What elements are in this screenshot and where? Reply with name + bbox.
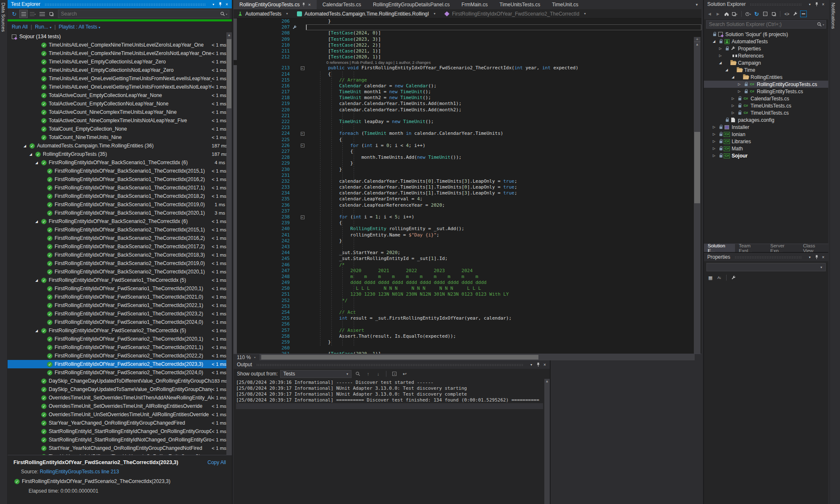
group-by-icon[interactable] bbox=[19, 10, 28, 18]
tool-window-tab[interactable]: Solution E... bbox=[704, 244, 735, 252]
tree-expanded-icon[interactable]: ◢ bbox=[24, 144, 29, 148]
navigate-back-icon[interactable]: ◄ bbox=[706, 10, 713, 18]
outline-margin[interactable] bbox=[299, 328, 306, 333]
test-row[interactable]: ✓FirstRollingEntityIdxOfYear_BackScenari… bbox=[8, 209, 232, 217]
test-row[interactable]: ✓FirstRollingEntityIdxOfYear_BackScenari… bbox=[8, 242, 232, 251]
outline-margin[interactable] bbox=[299, 190, 306, 196]
outline-margin[interactable] bbox=[299, 107, 306, 113]
test-list-scrollbar[interactable]: ▲ bbox=[226, 32, 232, 455]
test-search-input[interactable] bbox=[61, 11, 220, 17]
solution-tree-row[interactable]: ▷C#Libraries bbox=[704, 138, 828, 145]
test-row[interactable]: ◢✓FirstRollingEntityIdxOfYear_BackScenar… bbox=[8, 217, 232, 226]
outline-margin[interactable] bbox=[299, 298, 306, 304]
outline-margin[interactable] bbox=[299, 137, 306, 143]
pin-icon[interactable] bbox=[535, 362, 541, 368]
test-row[interactable]: ✓TimeUnitsAtLevel_OneLevelGettingTimeUni… bbox=[8, 74, 232, 83]
solution-tree-row[interactable]: ▷Properties bbox=[704, 45, 828, 52]
group-by-dropdown-icon[interactable]: ▾ bbox=[29, 10, 37, 18]
outline-margin[interactable] bbox=[299, 321, 306, 327]
test-row[interactable]: ✓FirstRollingEntityIdxOfYear_FwdScenario… bbox=[8, 293, 232, 301]
code-line[interactable]: 223 bbox=[234, 125, 701, 131]
test-source-link[interactable]: RollingEntityGroupTests.cs line 213 bbox=[40, 469, 119, 475]
editor-vertical-scrollbar[interactable]: ÷ ▲ bbox=[694, 37, 701, 354]
tree-collapsed-icon[interactable]: ▷ bbox=[719, 47, 725, 50]
scrollbar-thumb[interactable] bbox=[227, 39, 231, 108]
columns-icon[interactable] bbox=[38, 10, 46, 18]
outline-margin[interactable] bbox=[299, 77, 306, 83]
outline-margin[interactable] bbox=[299, 345, 306, 351]
breadcrumb-segment[interactable]: FirstRollingEntityIdxOfYear_FwdScenario2… bbox=[440, 9, 591, 18]
outline-margin[interactable]: − bbox=[299, 131, 306, 136]
window-position-icon[interactable]: ▾ bbox=[528, 362, 535, 368]
test-row[interactable]: ✓StarYear_YearChanged_OnRollingEntityGro… bbox=[8, 419, 232, 427]
test-root-row[interactable]: Sojour (134 tests) bbox=[8, 32, 232, 41]
tree-collapsed-icon[interactable]: ▷ bbox=[719, 54, 725, 58]
close-icon[interactable]: × bbox=[541, 362, 548, 368]
code-line[interactable]: 230 } bbox=[234, 167, 701, 173]
solution-tree-row[interactable]: ◢Campaign bbox=[704, 59, 828, 66]
test-row[interactable]: ✓FirstRollingEntityIdxOfYear_FwdScenario… bbox=[8, 318, 232, 326]
test-row[interactable]: ✓TimeUnitsAtLevel_EmptyCollectionIsNotLe… bbox=[8, 66, 232, 74]
code-line[interactable]: 211 [TestCase(2021, 1)] bbox=[234, 48, 701, 54]
windows-icon[interactable] bbox=[47, 10, 55, 18]
test-row[interactable]: ✓OverridesTimeUnit_UnSetOverridesTimeUni… bbox=[8, 410, 232, 419]
test-row[interactable]: ✓TimeUnitsAtLevel_OneLevelGettingTimeUni… bbox=[8, 83, 232, 91]
test-row[interactable]: ✓DaySkip_ChangeDayUpdatedToDifferentValu… bbox=[8, 377, 232, 385]
code-line[interactable]: 213− public void FirstRollingEntityIdxOf… bbox=[234, 65, 701, 71]
test-row[interactable]: ✓TimeUnitsAtLevel_ComplexNineTimeUnitsLe… bbox=[8, 41, 232, 49]
code-line[interactable]: 217 TimeUnit month1 = new TimeUnit(); bbox=[234, 89, 701, 95]
test-row[interactable]: ✓FirstRollingEntityIdxOfYear_BackScenari… bbox=[8, 226, 232, 234]
outline-margin[interactable] bbox=[299, 202, 306, 208]
test-row[interactable]: ✓FirstRollingEntityIdxOfYear_BackScenari… bbox=[8, 251, 232, 259]
outline-margin[interactable] bbox=[299, 310, 306, 315]
breadcrumb-segment[interactable]: AutomatedTests▼ bbox=[234, 9, 293, 18]
code-line[interactable]: 215 // Arrange bbox=[234, 77, 701, 83]
code-line[interactable]: 244 _sut.StartYear = 2020; bbox=[234, 250, 701, 256]
test-row[interactable]: ✓TotalCount_NineTimeUnits_Nine< 1 ms bbox=[8, 133, 232, 142]
home-icon[interactable] bbox=[723, 10, 730, 18]
categorized-icon[interactable]: ▦ bbox=[707, 274, 714, 281]
code-line[interactable]: 258 Assert.That(result, Is.EqualTo(expec… bbox=[234, 333, 701, 339]
test-row[interactable]: ✓TimeUnitLevel_AddDifferentTimeUnitLevel… bbox=[8, 452, 232, 455]
pin-icon[interactable] bbox=[217, 1, 223, 8]
outline-margin[interactable] bbox=[299, 89, 306, 95]
outline-margin[interactable] bbox=[299, 30, 306, 36]
code-line[interactable]: 224− foreach (TimeUnit month in calendar… bbox=[234, 131, 701, 136]
code-line[interactable]: 241 rollingEntity.Name = $"Day {i}"; bbox=[234, 232, 701, 238]
editor-horizontal-scrollbar[interactable] bbox=[260, 354, 695, 360]
tree-collapsed-icon[interactable]: ▷ bbox=[732, 111, 738, 115]
code-line[interactable]: 220 calendar.CalendarYear.TimeUnits.Add(… bbox=[234, 107, 701, 113]
properties-wrench-icon[interactable] bbox=[792, 10, 799, 18]
code-line[interactable]: 248 m m m m m m m m m m bbox=[234, 274, 701, 280]
editor-tab[interactable]: CalendarTests.cs bbox=[317, 0, 367, 9]
test-row[interactable]: ✓FirstRollingEntityIdxOfYear_FwdScenario… bbox=[8, 368, 232, 377]
window-position-icon[interactable]: ▾ bbox=[806, 1, 813, 8]
scrollbar-thumb[interactable] bbox=[261, 355, 538, 360]
test-row[interactable]: ✓FirstRollingEntityIdxOfYear_BackScenari… bbox=[8, 234, 232, 242]
outline-margin[interactable] bbox=[299, 315, 306, 321]
data-sources-tab[interactable]: Data Sources bbox=[0, 0, 8, 504]
close-icon[interactable]: × bbox=[223, 1, 230, 8]
test-row[interactable]: ✓TotalActiveCount_EmptyCollectionNoLeapY… bbox=[8, 100, 232, 108]
scroll-up-icon[interactable]: ▲ bbox=[544, 379, 550, 384]
editor-tab[interactable]: RollingEntityGroupTests.cs× bbox=[234, 0, 317, 9]
tree-collapsed-icon[interactable]: ▷ bbox=[732, 104, 738, 108]
collapse-all-icon[interactable]: − bbox=[761, 10, 769, 18]
code-line[interactable]: 234 calendar.CalendarYear.TimeUnits[1].T… bbox=[234, 190, 701, 196]
code-line[interactable]: 238− for (int i = 1; i < 5; i++) bbox=[234, 214, 701, 220]
outline-margin[interactable] bbox=[299, 280, 306, 286]
solution-tree-row[interactable]: ▷C#TimeUnitsTests.cs bbox=[704, 102, 828, 109]
tree-expanded-icon[interactable]: ◢ bbox=[35, 161, 41, 165]
notifications-tab[interactable]: Notifications bbox=[830, 0, 840, 504]
code-line[interactable]: 219 calendar.CalendarYear.TimeUnits.Add(… bbox=[234, 101, 701, 107]
code-line[interactable]: 261 [TestCase(2020, 1)] bbox=[234, 351, 701, 354]
outline-margin[interactable] bbox=[299, 95, 306, 101]
solution-tree-row[interactable]: ◢AutomatedTests bbox=[704, 38, 828, 45]
solution-tree-row[interactable]: ◢RollingEntities bbox=[704, 74, 828, 81]
collapse-region-icon[interactable]: − bbox=[301, 144, 304, 147]
code-line[interactable]: 228 month.TimeUnits.Add(new TimeUnit()); bbox=[234, 155, 701, 160]
test-row[interactable]: ✓FirstRollingEntityIdxOfYear_FwdScenario… bbox=[8, 343, 232, 352]
code-line[interactable]: 256 bbox=[234, 321, 701, 327]
navigate-forward-icon[interactable]: ► bbox=[714, 10, 722, 18]
code-line[interactable]: 231 bbox=[234, 173, 701, 178]
